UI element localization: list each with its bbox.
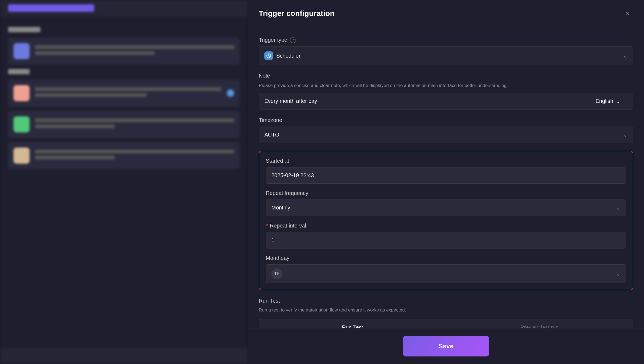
panel-body: Trigger type ? Scheduler ⌄ (248, 27, 644, 328)
card-line (35, 150, 234, 153)
card-lines (35, 118, 234, 130)
left-panel-header (0, 0, 248, 16)
run-test-description: Run a test to verify the automation flow… (259, 307, 633, 314)
card-line (35, 51, 155, 55)
monthday-group: Monthday 15 ⌄ (266, 255, 626, 283)
monthday-label: Monthday (266, 255, 626, 261)
trigger-config-panel: Trigger configuration × Trigger type ? S… (248, 0, 644, 364)
required-marker: * (266, 223, 269, 229)
started-at-input[interactable] (266, 167, 626, 184)
close-button[interactable]: × (621, 8, 633, 19)
timezone-select[interactable]: AUTO ⌄ (259, 127, 633, 143)
section-label-1 (8, 27, 40, 32)
repeat-interval-label: * Repeat interval (266, 223, 626, 229)
trigger-type-group: Trigger type ? Scheduler ⌄ (259, 37, 633, 65)
monthday-badge: 15 (271, 268, 282, 279)
repeat-frequency-select[interactable]: Monthly ⌄ (266, 200, 626, 216)
preview-last-run-button[interactable]: Preview last run (446, 319, 633, 328)
trigger-type-label: Trigger type ? (259, 37, 633, 43)
monthday-select[interactable]: 15 ⌄ (266, 264, 626, 283)
card-line (35, 124, 115, 128)
timezone-chevron-icon: ⌄ (623, 132, 628, 138)
save-button[interactable]: Save (403, 336, 489, 356)
scheduler-icon (264, 51, 273, 60)
card-icon (13, 43, 30, 59)
card-lines (35, 45, 234, 57)
note-label: Note (259, 73, 633, 79)
trigger-type-left: Scheduler (264, 51, 300, 60)
note-text-input[interactable] (259, 93, 590, 109)
note-language-select[interactable]: English ⌄ (590, 93, 633, 109)
panel-footer: Save (248, 328, 644, 364)
card-lines (35, 87, 221, 99)
run-test-buttons: Run Test Preview last run (259, 319, 633, 328)
run-test-label: Run Test (259, 298, 633, 304)
timezone-label: Timezone (259, 117, 633, 123)
card-icon (13, 85, 30, 101)
started-at-group: Started at (266, 158, 626, 190)
card-lines (35, 150, 234, 162)
left-bottom-bar (0, 348, 248, 364)
left-panel: 1 (0, 0, 248, 364)
card-icon (13, 116, 30, 132)
left-panel-content: 1 (0, 16, 248, 184)
run-test-section: Run Test Run a test to verify the automa… (259, 298, 633, 328)
trigger-type-select[interactable]: Scheduler ⌄ (259, 46, 633, 65)
card-line (35, 156, 115, 159)
card-line (35, 118, 234, 122)
left-panel-title-bar (8, 4, 94, 12)
repeat-interval-group: * Repeat interval (266, 223, 626, 255)
timezone-group: Timezone AUTO ⌄ (259, 117, 633, 143)
repeat-interval-input[interactable] (266, 232, 626, 248)
note-description: Please provide a concise and clear note,… (259, 82, 633, 89)
note-input-row: English ⌄ (259, 93, 633, 110)
list-item: 1 (8, 80, 240, 107)
list-item (8, 38, 240, 65)
monthday-chevron-icon: ⌄ (616, 271, 621, 277)
trigger-type-chevron-icon: ⌄ (623, 52, 628, 59)
panel-title: Trigger configuration (259, 9, 335, 18)
repeat-frequency-chevron-icon: ⌄ (616, 205, 621, 211)
lang-chevron-icon: ⌄ (616, 98, 621, 104)
section-label-2 (8, 69, 30, 74)
card-line (35, 87, 221, 91)
repeat-frequency-label: Repeat frequency (266, 190, 626, 196)
note-group: Note Please provide a concise and clear … (259, 73, 633, 110)
card-line (35, 93, 147, 97)
trigger-type-help-icon[interactable]: ? (290, 37, 296, 43)
scheduler-config-section: Started at Repeat frequency Monthly ⌄ * … (259, 151, 633, 290)
card-badge: 1 (227, 89, 234, 97)
run-test-button[interactable]: Run Test (259, 319, 446, 328)
card-icon (13, 148, 30, 164)
card-line (35, 45, 234, 49)
list-item (8, 142, 240, 169)
started-at-label: Started at (266, 158, 626, 164)
panel-header: Trigger configuration × (248, 0, 644, 27)
list-item (8, 111, 240, 138)
repeat-frequency-group: Repeat frequency Monthly ⌄ (266, 190, 626, 216)
